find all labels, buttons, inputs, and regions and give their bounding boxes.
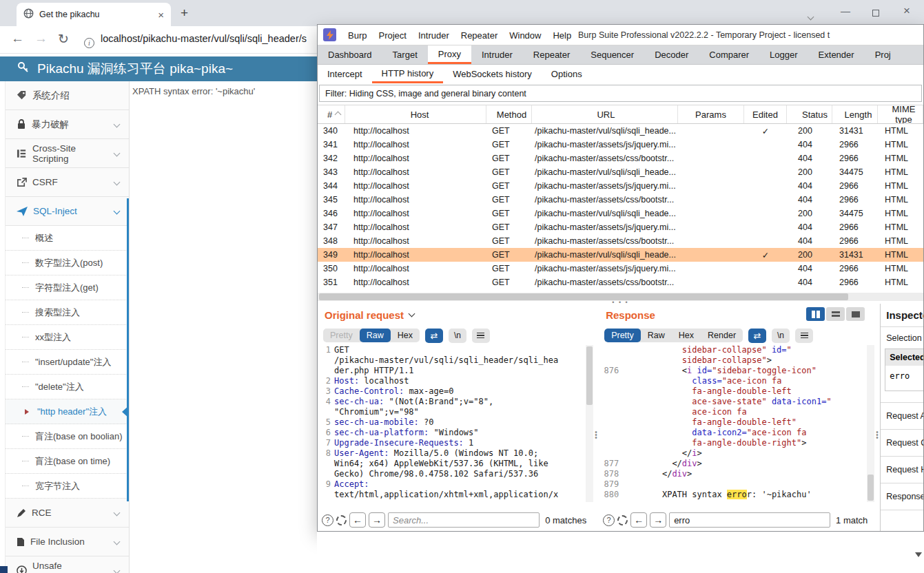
sidebar-subitem[interactable]: 概述 — [6, 226, 129, 251]
table-row[interactable]: 341http://localhostGET/pikachu-master/as… — [318, 138, 923, 152]
window-maximize-icon[interactable] — [872, 8, 879, 19]
tab-repeater[interactable]: Repeater — [523, 45, 580, 64]
tab-intruder[interactable]: Intruder — [471, 45, 523, 64]
show-newlines-button[interactable]: \n — [772, 329, 790, 343]
layout-rows-button[interactable] — [826, 307, 845, 321]
view-tab-render[interactable]: Render — [701, 329, 743, 342]
sidebar-item[interactable]: CSRF — [6, 168, 129, 197]
gear-icon[interactable] — [617, 515, 628, 525]
table-row[interactable]: 345http://localhostGET/pikachu-master/as… — [318, 193, 923, 207]
sidebar-subitem[interactable]: 宽字节注入 — [6, 474, 129, 499]
burp-menu-repeater[interactable]: Repeater — [461, 30, 497, 41]
sidebar-item[interactable]: Unsafe Filedownload — [6, 556, 129, 573]
layout-columns-button[interactable] — [806, 307, 825, 321]
view-tab-pretty[interactable]: Pretty — [323, 329, 360, 342]
back-icon[interactable]: ← — [11, 31, 24, 46]
view-tab-hex[interactable]: Hex — [391, 329, 420, 342]
table-row[interactable]: 348http://localhostGET/pikachu-master/as… — [318, 234, 923, 248]
tab-decoder[interactable]: Decoder — [644, 45, 699, 64]
tab-logger[interactable]: Logger — [759, 45, 808, 64]
wrap-lines-button[interactable]: ⇄ — [748, 329, 766, 343]
table-row[interactable]: 342http://localhostGET/pikachu-master/as… — [318, 152, 923, 165]
sidebar-item[interactable]: RCE — [6, 499, 129, 528]
new-tab-button[interactable]: + — [181, 6, 188, 21]
scrollbar-thumb[interactable] — [319, 293, 848, 300]
browser-tab[interactable]: Get the pikachu × — [17, 3, 171, 26]
request-editor[interactable]: 1GET/pikachu-master/vul/sqli/sqli_header… — [318, 345, 593, 502]
sidebar-subitem[interactable]: "insert/update"注入 — [6, 350, 129, 375]
sidebar-subitem[interactable]: xx型注入 — [6, 325, 129, 350]
tab-extender[interactable]: Extender — [808, 45, 865, 64]
scrollbar-thumb[interactable] — [586, 346, 593, 405]
sidebar-item[interactable]: File Inclusion — [6, 528, 129, 556]
table-row[interactable]: 343http://localhostGET/pikachu-master/vu… — [318, 165, 923, 179]
close-tab-icon[interactable]: × — [158, 9, 164, 21]
sidebar-item[interactable]: SQL-Inject — [6, 197, 129, 226]
sidebar-subitem[interactable]: 字符型注入(get) — [6, 275, 129, 300]
burp-menu-burp[interactable]: Burp — [348, 30, 367, 41]
help-icon[interactable]: ? — [322, 514, 333, 526]
table-row[interactable]: 351http://localhostGET/pikachu-master/as… — [318, 275, 923, 289]
chevron-down-icon[interactable] — [409, 310, 415, 317]
table-row[interactable]: 347http://localhostGET/pikachu-master/as… — [318, 220, 923, 234]
dropdown-arrow-icon[interactable] — [915, 552, 922, 557]
column-header[interactable]: Length — [832, 105, 878, 123]
response-editor[interactable]: sidebar-collapse" id=" sidebar-collapse"… — [599, 345, 874, 502]
view-tab-raw[interactable]: Raw — [360, 329, 391, 342]
column-header[interactable]: Method — [486, 105, 532, 123]
next-match-button[interactable]: → — [650, 512, 666, 528]
burp-menu-window[interactable]: Window — [509, 30, 541, 41]
column-header[interactable]: Params — [678, 105, 744, 123]
tab-proj[interactable]: Proj — [865, 45, 901, 64]
tab-comparer[interactable]: Comparer — [699, 45, 759, 64]
sidebar-item[interactable]: 暴力破解 — [6, 110, 129, 139]
editor-menu-button[interactable] — [795, 329, 813, 343]
response-editor-scrollbar[interactable] — [867, 345, 874, 502]
window-close-icon[interactable]: × — [903, 4, 910, 18]
request-search-input[interactable] — [388, 512, 540, 528]
subtab-options[interactable]: Options — [542, 65, 592, 83]
column-header[interactable]: # — [318, 105, 345, 123]
table-row[interactable]: 346http://localhostGET/pikachu-master/vu… — [318, 207, 923, 220]
wrap-lines-button[interactable]: ⇄ — [425, 329, 443, 343]
tab-sequencer[interactable]: Sequencer — [580, 45, 644, 64]
layout-single-button[interactable] — [846, 307, 865, 321]
response-search-input[interactable] — [669, 512, 830, 528]
url-bar[interactable]: localhost/pikachu-master/vul/sqli/sqli_h… — [101, 33, 307, 44]
burp-menu-project[interactable]: Project — [378, 30, 406, 41]
sidebar-subitem[interactable]: 数字型注入(post) — [6, 251, 129, 275]
tab-target[interactable]: Target — [382, 45, 428, 64]
proxy-filter-bar[interactable]: Filter: Hiding CSS, image and general bi… — [319, 85, 922, 102]
table-row[interactable]: 350http://localhostGET/pikachu-master/as… — [318, 262, 923, 275]
subtab-http-history[interactable]: HTTP history — [372, 65, 444, 83]
site-info-icon[interactable]: i — [84, 34, 94, 49]
scrollbar-thumb[interactable] — [867, 475, 874, 501]
view-tab-hex[interactable]: Hex — [672, 329, 701, 342]
help-icon[interactable]: ? — [603, 514, 615, 526]
tab-dashboard[interactable]: Dashboard — [318, 45, 382, 64]
window-restore-icon[interactable] — [808, 10, 813, 21]
sidebar-subitem[interactable]: 盲注(base on boolian) — [6, 424, 129, 449]
prev-match-button[interactable]: ← — [630, 512, 647, 528]
request-editor-scrollbar[interactable] — [586, 345, 593, 502]
sidebar-subitem[interactable]: "delete"注入 — [6, 375, 129, 399]
column-header[interactable]: URL — [532, 105, 678, 123]
column-header[interactable]: Host — [345, 105, 486, 123]
inspector-item-request-headers[interactable]: Request Headers — [881, 456, 923, 483]
sidebar-subitem[interactable]: "http header"注入 — [6, 399, 129, 424]
inspector-item-request-attributes[interactable]: Request Attributes — [881, 402, 923, 429]
show-newlines-button[interactable]: \n — [449, 329, 466, 343]
next-match-button[interactable]: → — [369, 512, 385, 528]
table-row[interactable]: 344http://localhostGET/pikachu-master/as… — [318, 179, 923, 193]
forward-icon[interactable]: → — [34, 31, 48, 46]
table-row[interactable]: 340http://localhostGET/pikachu-master/vu… — [318, 124, 923, 138]
gear-icon[interactable] — [336, 515, 347, 525]
table-row[interactable]: 349http://localhostGET/pikachu-master/vu… — [318, 248, 923, 262]
refresh-icon[interactable]: ↻ — [58, 31, 69, 47]
tab-proxy[interactable]: Proxy — [428, 45, 471, 64]
response-inspector-splitter[interactable]: ••• — [874, 304, 880, 531]
inspector-item-request-cookies[interactable]: Request Cookies — [881, 429, 923, 456]
inspector-item-response-headers[interactable]: Response Headers — [881, 483, 923, 510]
view-tab-raw[interactable]: Raw — [641, 329, 672, 342]
sidebar-subitem[interactable]: 搜索型注入 — [6, 300, 129, 325]
